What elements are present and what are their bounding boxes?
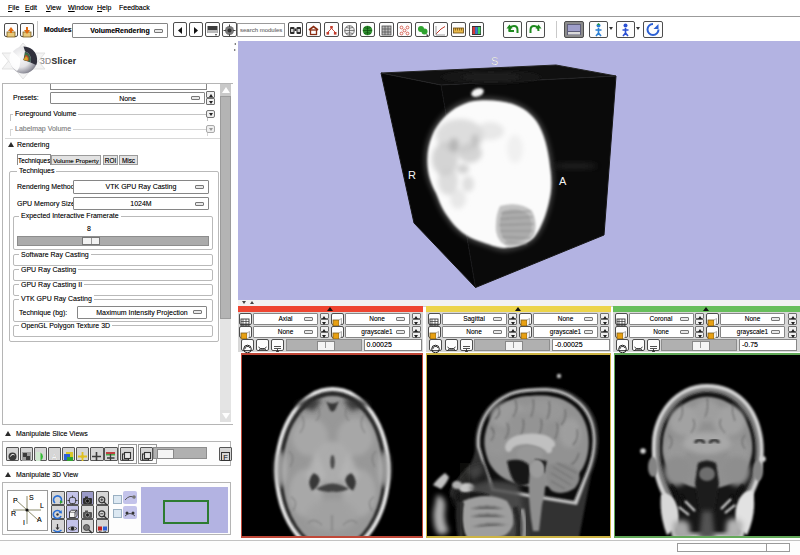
- svg-text:F: F: [223, 453, 228, 462]
- svg-text:I: I: [23, 519, 25, 526]
- svg-text:L: L: [40, 502, 44, 509]
- svg-text:A: A: [37, 516, 42, 523]
- svg-text:P: P: [13, 497, 18, 504]
- svg-text:S: S: [491, 55, 498, 67]
- svg-text:A: A: [559, 175, 567, 187]
- svg-text:S: S: [29, 494, 34, 501]
- svg-text:R: R: [408, 169, 416, 181]
- svg-text:A: A: [51, 452, 58, 462]
- svg-text:R: R: [11, 510, 16, 517]
